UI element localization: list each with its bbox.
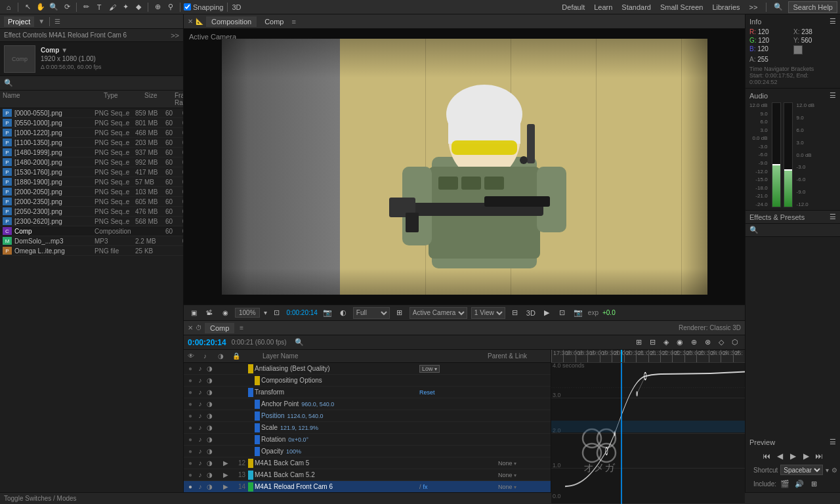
grid-btn[interactable]: ⊞	[394, 307, 406, 319]
tab-more[interactable]: ≡	[291, 18, 295, 26]
layer-vis[interactable]: ●	[185, 446, 196, 457]
layer-audio[interactable]: ♪	[196, 388, 205, 397]
layer-audio[interactable]: ♪	[196, 364, 205, 373]
tl-ctrl-4[interactable]: ◉	[674, 337, 686, 348]
effects-menu[interactable]: ☰	[830, 213, 836, 221]
snapping-toggle[interactable]: Snapping	[184, 3, 224, 11]
zoom-dropdown[interactable]: ▾	[264, 309, 267, 316]
playhead[interactable]	[621, 350, 622, 362]
viewer-tool-3[interactable]: ◉	[219, 307, 231, 319]
workspace-smallscreen[interactable]: Small Screen	[658, 3, 705, 11]
transparency-btn[interactable]: ⊡	[556, 307, 568, 319]
file-row[interactable]: P [2000-2350].png PNG Seq..e 605 MB 60 0…	[0, 197, 183, 207]
layer-row[interactable]: ● ♪ ◑ Antialiasing (Best Quality) Low ▾	[184, 363, 551, 375]
layer-row[interactable]: ● ♪ ◑ Transform Reset	[184, 387, 551, 398]
skip-forward-btn[interactable]: ⏭	[814, 451, 824, 461]
pen-tool[interactable]: ✏	[80, 1, 92, 13]
puppet-tool[interactable]: ⚲	[165, 1, 177, 13]
brush-tool[interactable]: 🖌	[106, 1, 118, 13]
layer-vis[interactable]: ●	[185, 399, 196, 410]
layer-vis[interactable]: ●	[185, 482, 196, 492]
zoom-level[interactable]: 100%	[235, 308, 260, 318]
viewer-fit-btn[interactable]: ⊡	[271, 307, 283, 319]
layer-vis[interactable]: ●	[185, 423, 196, 433]
tl-ctrl-6[interactable]: ⊗	[702, 337, 713, 348]
file-row[interactable]: P [0550-1000].png PNG Seq..e 801 MB 60 0…	[0, 118, 183, 128]
effects-search-input[interactable]	[761, 226, 840, 234]
search-layers[interactable]: 🔍	[293, 337, 305, 348]
next-frame-btn[interactable]: ▶	[801, 451, 811, 461]
preview-menu[interactable]: ☰	[830, 438, 836, 446]
layer-vis[interactable]: ●	[185, 375, 196, 386]
tl-ctrl-5[interactable]: ⊕	[688, 337, 700, 348]
workspace-default[interactable]: Default	[559, 3, 587, 11]
file-row[interactable]: P [1880-1900].png PNG Seq..e 57 MB 60 0:…	[0, 177, 183, 187]
viewer-tool-2[interactable]: 📽	[203, 307, 215, 319]
shortcut-info[interactable]: ▾	[826, 467, 829, 474]
layer-row[interactable]: ● ♪ ◑ ▶ 12 M4A1 Back Cam 5 None ▾	[184, 457, 551, 469]
panel-menu-icon[interactable]: ☰	[54, 18, 60, 25]
3d-tool[interactable]: 3D	[231, 1, 243, 13]
search-help-btn[interactable]: Search Help	[788, 1, 837, 13]
layer-expand[interactable]: ▶	[223, 459, 232, 467]
layer-audio[interactable]: ♪	[196, 423, 205, 432]
tl-ctrl-1[interactable]: ⊞	[633, 337, 644, 348]
play-btn[interactable]: ▶	[788, 451, 798, 461]
search-icon[interactable]: 🔍	[772, 1, 784, 13]
layer-expand[interactable]: ▶	[223, 471, 232, 478]
layer-solo[interactable]: ◑	[205, 423, 214, 432]
file-row[interactable]: P [1000-1220].png PNG Seq..e 468 MB 60 0…	[0, 128, 183, 138]
file-row[interactable]: M DomSolo_...mp3 MP3 2.2 MB 0:00	[0, 236, 183, 246]
zoom-tool[interactable]: 🔍	[48, 1, 60, 13]
file-row[interactable]: C Comp Composition 60 0:00	[0, 226, 183, 236]
file-row[interactable]: P [2000-2050].png PNG Seq..e 103 MB 60 0…	[0, 187, 183, 197]
layer-solo[interactable]: ◑	[205, 411, 214, 421]
include-audio[interactable]: 🔊	[793, 478, 805, 490]
include-overlays[interactable]: ⊞	[808, 478, 820, 490]
file-row[interactable]: P [1100-1350].png PNG Seq..e 203 MB 60 0…	[0, 138, 183, 148]
file-row[interactable]: P [1480-1999].png PNG Seq..e 937 MB 60 0…	[0, 148, 183, 158]
layer-row[interactable]: ● ♪ ◑ Scale121.9, 121.9%	[184, 422, 551, 434]
skip-back-btn[interactable]: ⏮	[761, 451, 772, 461]
include-video[interactable]: 🎬	[779, 478, 791, 490]
info-menu[interactable]: ☰	[830, 17, 836, 26]
layer-solo[interactable]: ◑	[205, 459, 214, 468]
project-tab[interactable]: Project	[4, 16, 34, 27]
camera-select[interactable]: Active Camera	[410, 307, 467, 319]
viewport-image[interactable]	[222, 39, 707, 295]
layer-audio[interactable]: ♪	[196, 471, 205, 480]
layer-audio[interactable]: ♪	[196, 376, 205, 385]
project-search-input[interactable]	[16, 79, 179, 87]
select-tool[interactable]: ↖	[22, 1, 33, 13]
file-row[interactable]: P [1480-2000].png PNG Seq..e 992 MB 60 0…	[0, 158, 183, 167]
effects-search[interactable]: 🔍	[746, 224, 840, 237]
workspace-standard[interactable]: Standard	[619, 3, 654, 11]
layer-row[interactable]: ● ♪ ◑ Rotation0x+0.0°	[184, 434, 551, 446]
layer-row[interactable]: ● ♪ ◑ ▶ 14 M4A1 Reload Front Cam 6 /fx N…	[184, 481, 551, 493]
file-row[interactable]: P [1530-1760].png PNG Seq..e 417 MB 60 0…	[0, 167, 183, 177]
effect-controls-more[interactable]: >>	[171, 32, 179, 39]
home-btn[interactable]: ⌂	[3, 1, 14, 13]
current-time-display[interactable]: 0:00:20:14	[188, 338, 226, 347]
layer-audio[interactable]: ♪	[196, 459, 205, 468]
tl-ctrl-2[interactable]: ⊟	[646, 337, 658, 348]
workspace-more[interactable]: >>	[747, 3, 761, 11]
layer-solo[interactable]: ◑	[205, 364, 214, 373]
layer-audio[interactable]: ♪	[196, 482, 205, 492]
view-select[interactable]: 1 View	[471, 307, 505, 319]
file-row[interactable]: P Omega L..ite.png PNG file 25 KB	[0, 246, 183, 256]
tl-close[interactable]: ✕	[188, 324, 193, 331]
draft-btn[interactable]: ◐	[337, 307, 349, 319]
layer-audio[interactable]: ♪	[196, 447, 205, 456]
layer-solo[interactable]: ◑	[205, 471, 214, 480]
layer-solo[interactable]: ◑	[205, 447, 214, 456]
tl-ctrl-3[interactable]: ◈	[660, 337, 672, 348]
file-row[interactable]: P [2050-2300].png PNG Seq..e 476 MB 60 0…	[0, 207, 183, 217]
view-options-btn[interactable]: ⊟	[509, 307, 521, 319]
timeline-comp-tab[interactable]: Comp	[205, 323, 234, 333]
audio-menu[interactable]: ☰	[830, 91, 836, 100]
workspace-learn[interactable]: Learn	[591, 3, 615, 11]
layer-row[interactable]: ● ♪ ◑ Opacity100%	[184, 446, 551, 457]
anchor-tool[interactable]: ⊕	[152, 1, 163, 13]
quality-select[interactable]: FullHalfThirdQuarter	[353, 307, 390, 319]
